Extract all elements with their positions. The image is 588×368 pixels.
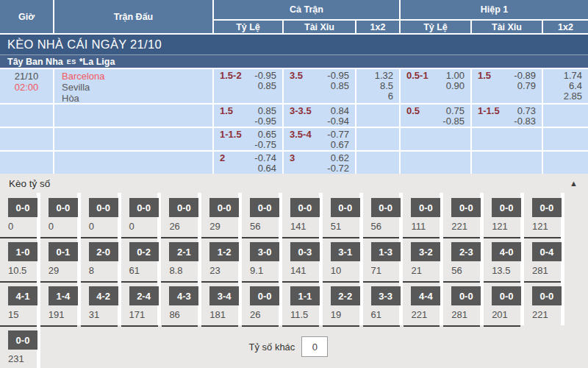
score-cell[interactable]: 2-4171 (121, 281, 162, 325)
h1-over-under-cell[interactable]: 1.5-0.890.79 (472, 69, 542, 103)
score-label[interactable]: 0-0 (532, 198, 562, 217)
odds-values[interactable]: -0.950.85 (327, 71, 349, 103)
score-label[interactable]: 0-0 (290, 198, 320, 217)
score-cell[interactable]: 0-00 (40, 193, 81, 237)
odds-value[interactable]: 6.4 (569, 81, 582, 91)
score-cell[interactable]: 0-0141 (282, 193, 323, 237)
score-label[interactable]: 3-3 (371, 286, 401, 305)
draw-label[interactable]: Hòa (62, 93, 212, 103)
score-cell[interactable]: 0-051 (323, 193, 363, 237)
odds-value[interactable]: 1.32 (375, 71, 393, 81)
odds-value[interactable]: -0.95 (254, 116, 276, 127)
score-cell[interactable]: 4-013.5 (484, 237, 524, 281)
odds-value[interactable]: 0.79 (514, 81, 536, 91)
score-cell[interactable]: 0-0111 (403, 193, 443, 237)
score-cell[interactable]: 0-129 (40, 237, 81, 281)
score-cell[interactable]: 2-356 (443, 237, 484, 281)
odds-value[interactable]: 0.65 (254, 130, 276, 140)
score-label[interactable]: 0-0 (532, 286, 562, 305)
league-bar[interactable]: Tây Ban Nha ES *La Liga (0, 54, 588, 68)
h1-handicap-cell[interactable]: 0.50.75-0.85 (401, 105, 470, 127)
score-label[interactable]: 2-0 (89, 242, 118, 261)
ft-handicap-cell[interactable]: 1.5-2-0.950.85 (214, 69, 282, 103)
score-cell[interactable]: 0-0221 (524, 281, 564, 325)
odds-value[interactable]: -0.95 (254, 71, 276, 81)
score-cell[interactable]: 3-110 (323, 237, 363, 281)
h1-1x2-cell[interactable]: 1.746.42.85 (543, 69, 588, 103)
score-cell[interactable]: 2-219 (323, 281, 363, 325)
odds-values[interactable]: 0.73-0.83 (514, 106, 536, 127)
other-score-input[interactable] (301, 336, 328, 357)
score-cell[interactable]: 0-056 (363, 193, 404, 237)
score-label[interactable]: 0-0 (8, 330, 37, 350)
score-cell[interactable]: 3-4181 (201, 281, 242, 325)
score-label[interactable]: 1-2 (209, 242, 239, 261)
score-label[interactable]: 0-0 (371, 198, 401, 217)
odds-value[interactable]: 6 (388, 91, 393, 102)
odds-value[interactable]: 0.64 (254, 163, 276, 174)
score-cell[interactable]: 0-3141 (282, 237, 323, 281)
ft-handicap-cell[interactable]: 1-1.50.65-0.75 (214, 128, 282, 150)
odds-value[interactable]: 0.85 (254, 106, 276, 116)
score-cell[interactable]: 1-111.5 (282, 281, 323, 325)
score-cell[interactable]: 4-231 (81, 281, 121, 325)
odds-value[interactable]: 0.85 (254, 81, 276, 91)
score-label[interactable]: 1-1 (290, 286, 320, 305)
score-label[interactable]: 3-1 (331, 242, 360, 261)
odds-values[interactable]: 0.75-0.85 (442, 106, 465, 127)
score-cell[interactable]: 4-4221 (403, 281, 443, 325)
score-cell[interactable]: 3-09.1 (242, 237, 282, 281)
odds-values[interactable]: 0.62-0.72 (327, 153, 349, 174)
odds-value[interactable]: 0.90 (446, 81, 465, 91)
odds-value[interactable]: -0.77 (327, 130, 349, 140)
odds-value[interactable]: 0.67 (327, 140, 349, 150)
odds-values[interactable]: 0.65-0.75 (254, 130, 276, 150)
score-label[interactable]: 2-4 (129, 286, 159, 305)
odds-value[interactable]: -0.85 (442, 116, 465, 127)
score-label[interactable]: 0-0 (129, 198, 159, 217)
score-cell[interactable]: 0-026 (242, 281, 282, 325)
score-cell[interactable]: 0-00 (0, 193, 40, 237)
score-label[interactable]: 2-2 (331, 286, 360, 305)
odds-value[interactable]: 8.5 (380, 81, 393, 91)
ft-over-under-cell[interactable]: 3.5-0.950.85 (284, 69, 355, 103)
score-label[interactable]: 0-0 (169, 198, 198, 217)
score-label[interactable]: 4-1 (8, 286, 37, 305)
odds-value[interactable]: 0.75 (442, 106, 465, 116)
score-cell[interactable]: 0-0281 (443, 281, 484, 325)
odds-value[interactable]: 0.85 (327, 81, 349, 91)
score-label[interactable]: 0-0 (49, 198, 78, 217)
score-cell[interactable]: 2-08 (81, 237, 121, 281)
ft-over-under-cell[interactable]: 3-3.50.84-0.94 (284, 105, 355, 127)
match-teams-cell[interactable]: BarcelonaSevillaHòa (54, 69, 212, 103)
score-cell[interactable]: 4-115 (0, 281, 40, 325)
score-cell[interactable]: 0-0121 (524, 193, 564, 237)
score-label[interactable]: 0-0 (8, 198, 37, 217)
score-label[interactable]: 0-0 (209, 198, 239, 217)
score-cell[interactable]: 0-0201 (484, 281, 524, 325)
score-cell[interactable]: 0-00 (121, 193, 162, 237)
collapse-arrow-icon[interactable]: ▲ (570, 179, 578, 188)
ft-handicap-cell[interactable]: 2-0.740.64 (214, 152, 282, 174)
score-cell[interactable]: 1-4191 (40, 281, 81, 325)
score-label[interactable]: 4-0 (492, 242, 521, 261)
away-team-name[interactable]: Sevilla (62, 82, 212, 93)
score-label[interactable]: 4-4 (411, 286, 440, 305)
score-cell[interactable]: 3-361 (363, 281, 404, 325)
ft-over-under-cell[interactable]: 30.62-0.72 (284, 152, 355, 174)
score-cell[interactable]: 1-010.5 (0, 237, 40, 281)
score-cell[interactable]: 0-261 (121, 237, 162, 281)
score-label[interactable]: 1-0 (8, 242, 37, 261)
score-label[interactable]: 0-2 (129, 242, 159, 261)
odds-value[interactable]: -0.94 (327, 116, 349, 127)
odds-values[interactable]: -0.740.64 (254, 153, 276, 174)
score-cell[interactable]: 0-0231 (0, 325, 40, 368)
odds-values[interactable]: -0.890.79 (514, 71, 536, 103)
score-label[interactable]: 4-3 (169, 286, 198, 305)
odds-value[interactable]: 2.85 (564, 91, 582, 102)
odds-value[interactable]: -0.95 (327, 71, 349, 81)
score-label[interactable]: 0-0 (331, 198, 360, 217)
h1-handicap-cell[interactable]: 0.5-11.000.90 (401, 69, 470, 103)
score-label[interactable]: 1-4 (49, 286, 78, 305)
ft-1x2-cell[interactable]: 1.328.56 (356, 69, 399, 103)
